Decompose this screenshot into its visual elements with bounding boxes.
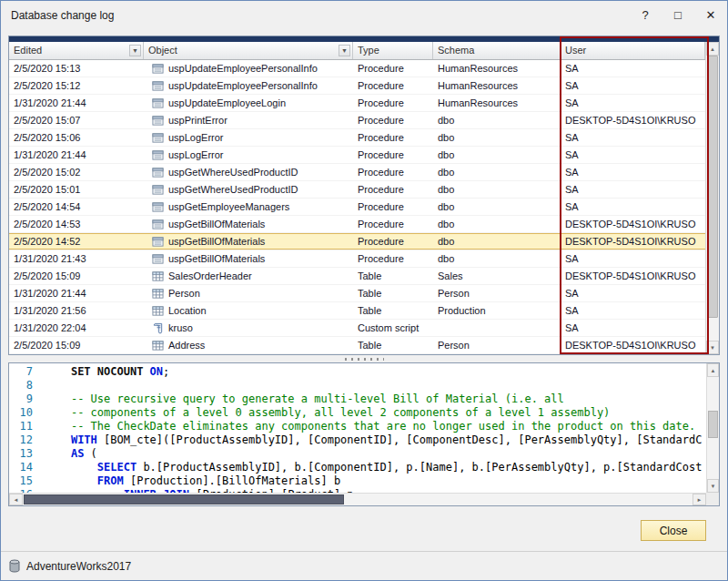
procedure-icon (152, 132, 164, 144)
scroll-left-icon[interactable]: ◄ (9, 494, 23, 505)
cell-user: SA (561, 285, 705, 301)
cell-edited: 2/5/2020 14:53 (9, 216, 144, 232)
line-number: 11 (9, 420, 33, 433)
cell-schema: Sales (433, 268, 561, 284)
cell-schema: dbo (433, 216, 561, 232)
line-number: 10 (9, 406, 33, 420)
code-vertical-scrollbar[interactable]: ▲ ▼ (706, 363, 719, 493)
column-header-object[interactable]: Object▼ (144, 42, 353, 59)
grid-vertical-scrollbar[interactable]: ▲ ▼ (705, 42, 719, 354)
column-header-label: Object (148, 45, 177, 56)
code-lines: 7 SET NOCOUNT ON;89 -- Use recursive que… (9, 365, 706, 493)
change-log-grid: Edited▼Object▼TypeSchemaUser 2/5/2020 15… (8, 36, 720, 355)
cell-edited: 2/5/2020 15:12 (9, 77, 144, 94)
column-header-user[interactable]: User (561, 42, 705, 59)
table-row[interactable]: 1/31/2020 21:43uspGetBillOfMaterialsProc… (9, 250, 719, 268)
table-row[interactable]: 2/5/2020 14:52uspGetBillOfMaterialsProce… (9, 233, 719, 250)
procedure-icon (152, 97, 164, 109)
cell-object: uspPrintError (144, 112, 353, 128)
scroll-down-icon[interactable]: ▼ (706, 341, 719, 354)
table-row[interactable]: 1/31/2020 21:44PersonTablePersonSA (9, 285, 719, 302)
cell-schema: dbo (433, 181, 561, 198)
code-hscroll-thumb[interactable] (24, 494, 344, 505)
cell-type: Procedure (353, 60, 433, 76)
table-row[interactable]: 2/5/2020 15:02uspGetWhereUsedProductIDPr… (9, 164, 719, 181)
cell-schema: dbo (433, 129, 561, 146)
close-button[interactable]: Close (641, 520, 706, 541)
cell-object: Person (144, 285, 353, 301)
pane-splitter[interactable] (8, 355, 720, 362)
code-line: 7 SET NOCOUNT ON; (9, 365, 706, 379)
column-header-edited[interactable]: Edited▼ (9, 42, 144, 59)
cell-edited: 2/5/2020 15:01 (9, 181, 144, 198)
table-row[interactable]: 2/5/2020 15:12uspUpdateEmployeePersonalI… (9, 77, 719, 95)
procedure-icon (152, 63, 164, 75)
cell-user: SA (561, 95, 705, 111)
cell-edited: 2/5/2020 15:07 (9, 112, 144, 128)
database-icon (8, 559, 21, 573)
cell-schema: dbo (433, 164, 561, 180)
table-row[interactable]: 1/31/2020 21:44uspUpdateEmployeeLoginPro… (9, 95, 719, 112)
cell-type: Custom script (353, 320, 433, 336)
grid-scrollbar-thumb[interactable] (707, 56, 718, 318)
column-header-label: Schema (438, 45, 474, 56)
column-header-label: Edited (14, 45, 42, 56)
scroll-down-icon[interactable]: ▼ (707, 479, 719, 493)
cell-type: Procedure (353, 112, 433, 128)
scroll-up-icon[interactable]: ▲ (706, 42, 719, 56)
cell-schema: dbo (433, 250, 561, 267)
filter-dropdown-icon[interactable]: ▼ (339, 45, 350, 56)
filter-dropdown-icon[interactable]: ▼ (129, 45, 141, 56)
cell-user: SA (561, 302, 705, 319)
cell-schema: dbo (433, 147, 561, 163)
cell-schema (433, 320, 561, 336)
cell-type: Procedure (353, 164, 433, 180)
cell-object: Location (144, 302, 353, 319)
cell-schema: Person (433, 285, 561, 301)
table-row[interactable]: 2/5/2020 15:09AddressTablePersonDESKTOP-… (9, 337, 719, 354)
cell-edited: 1/31/2020 21:44 (9, 147, 144, 163)
table-row[interactable]: 2/5/2020 15:07uspPrintErrorProceduredboD… (9, 112, 719, 129)
cell-object: uspGetWhereUsedProductID (144, 181, 353, 198)
table-row[interactable]: 2/5/2020 15:01uspGetWhereUsedProductIDPr… (9, 181, 719, 199)
table-row[interactable]: 2/5/2020 15:06uspLogErrorProceduredboSA (9, 129, 719, 147)
sql-script-preview-pane: 7 SET NOCOUNT ON;89 -- Use recursive que… (8, 362, 720, 506)
cell-type: Procedure (353, 216, 433, 232)
cell-edited: 2/5/2020 15:06 (9, 129, 144, 146)
cell-type: Procedure (353, 181, 433, 198)
code-horizontal-scrollbar[interactable]: ◄ ► (9, 493, 706, 505)
scroll-right-icon[interactable]: ► (693, 494, 706, 505)
database-change-log-dialog: Database change log ? □ ✕ Edited▼Object▼… (0, 0, 728, 581)
table-row[interactable]: 2/5/2020 15:13uspUpdateEmployeePersonalI… (9, 60, 719, 77)
grid-header: Edited▼Object▼TypeSchemaUser (9, 42, 719, 60)
maximize-button[interactable]: □ (662, 1, 694, 29)
table-row[interactable]: 2/5/2020 14:53uspGetBillOfMaterialsProce… (9, 216, 719, 233)
cell-schema: HumanResources (433, 95, 561, 111)
code-vscroll-thumb[interactable] (708, 411, 718, 438)
table-icon (152, 288, 164, 300)
cell-edited: 2/5/2020 15:09 (9, 337, 144, 353)
code-line: 11 -- The CheckDate eliminates any compo… (9, 420, 706, 433)
code-line: 8 (9, 379, 706, 392)
table-icon (152, 340, 164, 352)
table-row[interactable]: 2/5/2020 14:54uspGetEmployeeManagersProc… (9, 199, 719, 216)
help-button[interactable]: ? (629, 1, 662, 29)
table-row[interactable]: 1/31/2020 22:04krusoCustom scriptSA (9, 320, 719, 337)
column-header-schema[interactable]: Schema (433, 42, 561, 59)
cell-schema: dbo (433, 199, 561, 215)
scroll-up-icon[interactable]: ▲ (707, 363, 719, 377)
procedure-icon (152, 236, 164, 248)
column-header-type[interactable]: Type (353, 42, 433, 59)
window-title: Database change log (11, 9, 114, 22)
close-window-button[interactable]: ✕ (694, 1, 727, 29)
splitter-grip-icon[interactable] (344, 357, 384, 362)
table-row[interactable]: 2/5/2020 15:09SalesOrderHeaderTableSales… (9, 268, 719, 285)
table-row[interactable]: 1/31/2020 21:56LocationTableProductionSA (9, 302, 719, 320)
cell-type: Table (353, 285, 433, 301)
cell-type: Table (353, 302, 433, 319)
table-row[interactable]: 1/31/2020 21:44uspLogErrorProceduredboSA (9, 147, 719, 164)
cell-user: SA (561, 60, 705, 76)
cell-type: Procedure (353, 77, 433, 94)
cell-edited: 2/5/2020 14:52 (9, 233, 144, 250)
line-number: 9 (9, 392, 33, 406)
